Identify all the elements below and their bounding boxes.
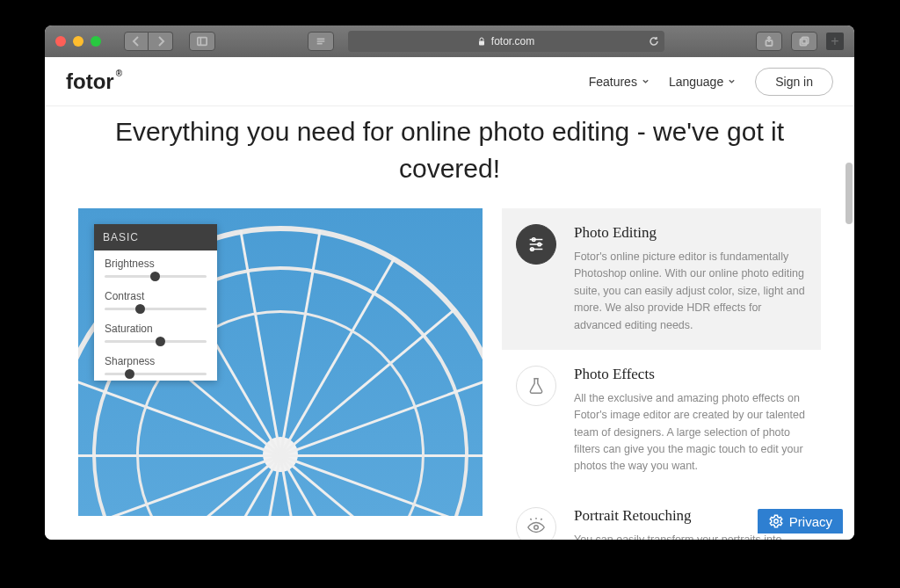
hero-heading: Everything you need for online photo edi… xyxy=(45,106,854,208)
site-header: fotor® Features Language Sign in xyxy=(45,57,854,106)
slider-label: Sharpness xyxy=(105,355,207,367)
maximize-window-button[interactable] xyxy=(91,36,101,47)
chevron-down-icon xyxy=(642,77,650,85)
tabs-button[interactable] xyxy=(791,32,817,51)
privacy-label: Privacy xyxy=(789,514,832,529)
svg-line-18 xyxy=(531,519,532,520)
share-button[interactable] xyxy=(756,32,782,51)
traffic-lights xyxy=(55,36,101,47)
logo-text: fotor xyxy=(66,69,114,94)
svg-line-19 xyxy=(541,519,542,520)
sliders-icon xyxy=(516,224,556,265)
lock-icon xyxy=(477,37,486,46)
basic-panel: BASIC Brightness Contrast Saturation xyxy=(94,224,217,381)
back-button[interactable] xyxy=(124,32,149,51)
slider-knob[interactable] xyxy=(125,369,134,379)
page: fotor® Features Language Sign in Everyth… xyxy=(45,57,854,540)
feature-list: Photo Editing Fotor's online picture edi… xyxy=(483,208,821,540)
features-menu-label: Features xyxy=(589,75,637,89)
registered-icon: ® xyxy=(116,69,122,78)
feature-body: Fotor's online picture editor is fundame… xyxy=(574,249,807,334)
signin-button[interactable]: Sign in xyxy=(755,68,833,96)
close-window-button[interactable] xyxy=(55,36,66,47)
signin-label: Sign in xyxy=(775,75,813,89)
minimize-window-button[interactable] xyxy=(73,36,83,47)
slider-label: Contrast xyxy=(105,290,207,302)
basic-panel-title: BASIC xyxy=(94,224,217,250)
sidebar-toggle-button[interactable] xyxy=(189,32,215,51)
feature-body: All the exclusive and amazing photo effe… xyxy=(574,390,807,475)
eye-icon xyxy=(516,507,556,540)
logo[interactable]: fotor® xyxy=(66,69,122,94)
svg-rect-0 xyxy=(198,38,207,46)
chevron-down-icon xyxy=(728,77,736,85)
slider-knob[interactable] xyxy=(156,337,165,346)
slider-brightness[interactable]: Brightness xyxy=(94,250,217,283)
language-menu-label: Language xyxy=(669,75,723,89)
flask-icon xyxy=(516,366,556,406)
slider-knob[interactable] xyxy=(135,304,145,314)
refresh-icon[interactable] xyxy=(649,36,659,47)
new-tab-button[interactable]: + xyxy=(826,33,844,50)
content: BASIC Brightness Contrast Saturation xyxy=(45,208,854,540)
gear-icon xyxy=(768,513,784,529)
feature-title: Photo Effects xyxy=(574,366,807,383)
slider-sharpness[interactable]: Sharpness xyxy=(94,348,217,381)
slider-label: Brightness xyxy=(105,258,207,270)
language-menu[interactable]: Language xyxy=(669,75,736,89)
feature-photo-effects[interactable]: Photo Effects All the exclusive and amaz… xyxy=(502,350,821,491)
slider-saturation[interactable]: Saturation xyxy=(94,316,217,348)
preview-image: BASIC Brightness Contrast Saturation xyxy=(78,208,483,516)
feature-photo-editing[interactable]: Photo Editing Fotor's online picture edi… xyxy=(502,208,821,350)
slider-contrast[interactable]: Contrast xyxy=(94,283,217,316)
svg-point-20 xyxy=(774,519,779,524)
svg-rect-5 xyxy=(479,41,484,46)
address-bar[interactable]: fotor.com xyxy=(348,31,664,52)
url-host: fotor.com xyxy=(491,35,534,47)
nav-buttons xyxy=(124,32,173,51)
feature-title: Photo Editing xyxy=(574,224,807,242)
forward-button[interactable] xyxy=(149,32,173,51)
reader-button[interactable] xyxy=(308,32,334,51)
titlebar: fotor.com + xyxy=(45,25,854,57)
svg-point-16 xyxy=(534,525,539,529)
features-menu[interactable]: Features xyxy=(589,75,650,89)
scrollbar-thumb[interactable] xyxy=(846,163,853,224)
browser-window: fotor.com + fotor® Features xyxy=(45,25,854,540)
slider-knob[interactable] xyxy=(150,272,160,281)
toolbar-right: + xyxy=(756,32,844,51)
header-menu: Features Language Sign in xyxy=(589,68,833,96)
privacy-button[interactable]: Privacy xyxy=(758,509,843,534)
slider-label: Saturation xyxy=(105,323,207,335)
